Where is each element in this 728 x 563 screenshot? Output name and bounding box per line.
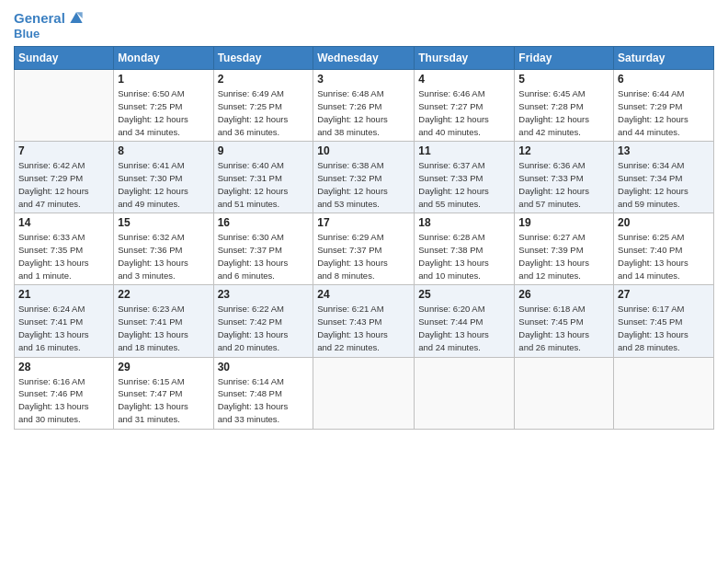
day-number: 24: [317, 288, 410, 301]
weekday-header-wednesday: Wednesday: [313, 47, 415, 70]
day-number: 2: [218, 73, 310, 86]
logo-text: General: [14, 11, 65, 27]
day-number: 12: [518, 144, 609, 157]
day-number: 11: [418, 144, 510, 157]
week-row-5: 28Sunrise: 6:16 AM Sunset: 7:46 PM Dayli…: [15, 357, 714, 429]
day-info: Sunrise: 6:49 AM Sunset: 7:25 PM Dayligh…: [218, 87, 310, 138]
day-number: 29: [118, 361, 209, 373]
calendar-cell: 1Sunrise: 6:50 AM Sunset: 7:25 PM Daylig…: [114, 70, 213, 142]
calendar-cell: 28Sunrise: 6:16 AM Sunset: 7:46 PM Dayli…: [15, 357, 114, 429]
day-info: Sunrise: 6:14 AM Sunset: 7:48 PM Dayligh…: [218, 375, 310, 426]
day-info: Sunrise: 6:18 AM Sunset: 7:45 PM Dayligh…: [518, 303, 609, 353]
day-number: 21: [18, 288, 109, 301]
weekday-header-friday: Friday: [515, 47, 614, 70]
day-info: Sunrise: 6:37 AM Sunset: 7:33 PM Dayligh…: [418, 159, 510, 210]
day-number: 10: [317, 144, 410, 157]
day-info: Sunrise: 6:46 AM Sunset: 7:27 PM Dayligh…: [418, 87, 510, 138]
calendar-body: 1Sunrise: 6:50 AM Sunset: 7:25 PM Daylig…: [15, 70, 714, 429]
calendar-cell: [515, 357, 614, 429]
day-number: 15: [118, 216, 209, 229]
day-number: 17: [317, 216, 410, 229]
calendar-cell: 17Sunrise: 6:29 AM Sunset: 7:37 PM Dayli…: [313, 213, 415, 285]
day-number: 3: [317, 73, 410, 86]
day-info: Sunrise: 6:23 AM Sunset: 7:41 PM Dayligh…: [118, 303, 209, 353]
week-row-1: 1Sunrise: 6:50 AM Sunset: 7:25 PM Daylig…: [15, 70, 714, 142]
logo-icon: [67, 9, 85, 28]
calendar-cell: 4Sunrise: 6:46 AM Sunset: 7:27 PM Daylig…: [415, 70, 515, 142]
logo-text-2: Blue: [14, 28, 85, 40]
day-number: 18: [418, 216, 510, 229]
day-number: 28: [18, 361, 109, 373]
day-info: Sunrise: 6:36 AM Sunset: 7:33 PM Dayligh…: [518, 159, 609, 210]
day-info: Sunrise: 6:25 AM Sunset: 7:40 PM Dayligh…: [618, 231, 710, 282]
day-info: Sunrise: 6:15 AM Sunset: 7:47 PM Dayligh…: [118, 375, 209, 426]
day-number: 5: [518, 73, 609, 86]
day-number: 27: [618, 288, 710, 301]
calendar-header: SundayMondayTuesdayWednesdayThursdayFrid…: [15, 47, 714, 70]
calendar-cell: [15, 70, 114, 142]
calendar-cell: 20Sunrise: 6:25 AM Sunset: 7:40 PM Dayli…: [614, 213, 714, 285]
day-number: 16: [218, 216, 310, 229]
weekday-header-thursday: Thursday: [415, 47, 515, 70]
day-info: Sunrise: 6:20 AM Sunset: 7:44 PM Dayligh…: [418, 303, 510, 353]
calendar-cell: 13Sunrise: 6:34 AM Sunset: 7:34 PM Dayli…: [614, 142, 714, 213]
day-info: Sunrise: 6:28 AM Sunset: 7:38 PM Dayligh…: [418, 231, 510, 282]
week-row-2: 7Sunrise: 6:42 AM Sunset: 7:29 PM Daylig…: [15, 142, 714, 213]
day-info: Sunrise: 6:29 AM Sunset: 7:37 PM Dayligh…: [317, 231, 410, 282]
day-info: Sunrise: 6:32 AM Sunset: 7:36 PM Dayligh…: [118, 231, 209, 282]
day-number: 8: [118, 144, 209, 157]
calendar-cell: 21Sunrise: 6:24 AM Sunset: 7:41 PM Dayli…: [15, 285, 114, 357]
calendar: SundayMondayTuesdayWednesdayThursdayFrid…: [14, 46, 714, 429]
day-number: 14: [18, 216, 109, 229]
day-number: 25: [418, 288, 510, 301]
weekday-header-sunday: Sunday: [15, 47, 114, 70]
day-info: Sunrise: 6:38 AM Sunset: 7:32 PM Dayligh…: [317, 159, 410, 210]
calendar-cell: 25Sunrise: 6:20 AM Sunset: 7:44 PM Dayli…: [415, 285, 515, 357]
calendar-cell: 26Sunrise: 6:18 AM Sunset: 7:45 PM Dayli…: [515, 285, 614, 357]
calendar-cell: [614, 357, 714, 429]
calendar-cell: 12Sunrise: 6:36 AM Sunset: 7:33 PM Dayli…: [515, 142, 614, 213]
day-info: Sunrise: 6:30 AM Sunset: 7:37 PM Dayligh…: [218, 231, 310, 282]
weekday-header-tuesday: Tuesday: [213, 47, 313, 70]
calendar-cell: 29Sunrise: 6:15 AM Sunset: 7:47 PM Dayli…: [114, 357, 213, 429]
header: General Blue: [14, 9, 714, 40]
day-info: Sunrise: 6:50 AM Sunset: 7:25 PM Dayligh…: [118, 87, 209, 138]
day-info: Sunrise: 6:33 AM Sunset: 7:35 PM Dayligh…: [18, 231, 109, 282]
calendar-cell: 5Sunrise: 6:45 AM Sunset: 7:28 PM Daylig…: [515, 70, 614, 142]
day-number: 30: [218, 361, 310, 373]
calendar-cell: 23Sunrise: 6:22 AM Sunset: 7:42 PM Dayli…: [213, 285, 313, 357]
day-number: 6: [618, 73, 710, 86]
calendar-cell: 15Sunrise: 6:32 AM Sunset: 7:36 PM Dayli…: [114, 213, 213, 285]
day-info: Sunrise: 6:45 AM Sunset: 7:28 PM Dayligh…: [518, 87, 609, 138]
day-info: Sunrise: 6:42 AM Sunset: 7:29 PM Dayligh…: [18, 159, 109, 210]
calendar-cell: 24Sunrise: 6:21 AM Sunset: 7:43 PM Dayli…: [313, 285, 415, 357]
day-number: 4: [418, 73, 510, 86]
day-info: Sunrise: 6:16 AM Sunset: 7:46 PM Dayligh…: [18, 375, 109, 426]
calendar-cell: 7Sunrise: 6:42 AM Sunset: 7:29 PM Daylig…: [15, 142, 114, 213]
weekday-header-monday: Monday: [114, 47, 213, 70]
day-info: Sunrise: 6:48 AM Sunset: 7:26 PM Dayligh…: [317, 87, 410, 138]
day-number: 1: [118, 73, 209, 86]
calendar-cell: 2Sunrise: 6:49 AM Sunset: 7:25 PM Daylig…: [213, 70, 313, 142]
calendar-cell: 19Sunrise: 6:27 AM Sunset: 7:39 PM Dayli…: [515, 213, 614, 285]
calendar-cell: 10Sunrise: 6:38 AM Sunset: 7:32 PM Dayli…: [313, 142, 415, 213]
day-info: Sunrise: 6:41 AM Sunset: 7:30 PM Dayligh…: [118, 159, 209, 210]
logo: General Blue: [14, 9, 85, 40]
day-number: 7: [18, 144, 109, 157]
weekday-header-saturday: Saturday: [614, 47, 714, 70]
day-info: Sunrise: 6:17 AM Sunset: 7:45 PM Dayligh…: [618, 303, 710, 353]
calendar-cell: 30Sunrise: 6:14 AM Sunset: 7:48 PM Dayli…: [213, 357, 313, 429]
calendar-cell: 18Sunrise: 6:28 AM Sunset: 7:38 PM Dayli…: [415, 213, 515, 285]
day-number: 23: [218, 288, 310, 301]
calendar-cell: [313, 357, 415, 429]
day-info: Sunrise: 6:22 AM Sunset: 7:42 PM Dayligh…: [218, 303, 310, 353]
page: General Blue SundayMondayTuesdayWednesda…: [0, 0, 728, 563]
calendar-cell: [415, 357, 515, 429]
day-number: 20: [618, 216, 710, 229]
day-info: Sunrise: 6:21 AM Sunset: 7:43 PM Dayligh…: [317, 303, 410, 353]
day-info: Sunrise: 6:40 AM Sunset: 7:31 PM Dayligh…: [218, 159, 310, 210]
day-number: 9: [218, 144, 310, 157]
calendar-cell: 14Sunrise: 6:33 AM Sunset: 7:35 PM Dayli…: [15, 213, 114, 285]
day-info: Sunrise: 6:44 AM Sunset: 7:29 PM Dayligh…: [618, 87, 710, 138]
calendar-cell: 9Sunrise: 6:40 AM Sunset: 7:31 PM Daylig…: [213, 142, 313, 213]
